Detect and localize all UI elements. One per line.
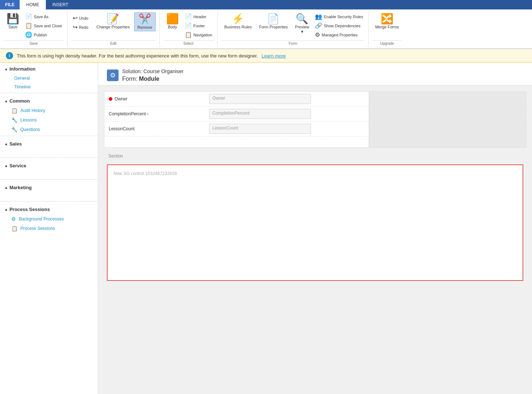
- ps-label: Process Sessions: [20, 226, 55, 231]
- merge-forms-button[interactable]: 🔀 Merge Forms: [372, 12, 402, 31]
- form-props-label: Form Properties: [259, 25, 288, 29]
- sidebar-section-marketing-header[interactable]: Marketing: [0, 181, 98, 192]
- change-properties-button[interactable]: 📝 Change Properties: [93, 12, 133, 31]
- remove-button[interactable]: ✂️ Remove: [134, 12, 156, 31]
- sidebar-item-lessons[interactable]: 🔧 Lessons: [0, 115, 98, 125]
- sidebar-section-service-header[interactable]: Service: [0, 159, 98, 171]
- tab-home[interactable]: HOME: [20, 0, 46, 9]
- security-roles-icon: 👥: [315, 13, 322, 20]
- preview-button[interactable]: 🔍 Preview ▾: [292, 12, 312, 36]
- save-as-button[interactable]: 📄 Save As: [24, 12, 64, 21]
- sidebar-item-background-processes[interactable]: ⚙ Background Processes: [0, 214, 98, 224]
- save-close-icon: 📋: [25, 22, 32, 29]
- lessoncount-field[interactable]: LessonCount: [209, 124, 311, 134]
- show-dependencies-button[interactable]: 🔗 Show Dependencies: [313, 21, 364, 30]
- sidebar-item-general[interactable]: General: [0, 74, 98, 83]
- business-rules-label: Business Rules: [224, 25, 252, 29]
- completion-field[interactable]: CompletionPercent: [209, 109, 311, 119]
- publish-label: Publish: [34, 33, 47, 37]
- divider-1: [0, 93, 98, 93]
- undo-label: Undo: [79, 16, 88, 20]
- divider-5: [0, 201, 98, 202]
- lessons-label: Lessons: [20, 118, 37, 123]
- form-name-text: Module: [139, 76, 159, 82]
- form-header: ⚙ Solution: Course Organiser Form: Modul…: [98, 63, 532, 85]
- sidebar-section-common-header[interactable]: Common: [0, 95, 98, 106]
- sidebar-section-information-header[interactable]: Information: [0, 63, 98, 74]
- lessoncount-extra-cell: [369, 122, 526, 136]
- undo-icon: ↩: [73, 15, 77, 21]
- redo-button[interactable]: ↪ Redo: [71, 23, 90, 31]
- header-label: Header: [193, 15, 207, 19]
- managed-properties-button[interactable]: ⚙ Managed Properties: [313, 31, 364, 39]
- footer-label: Footer: [193, 24, 205, 28]
- form-fields-section: Owner Owner CompletionPercent + Completi…: [104, 91, 526, 148]
- divider-3: [0, 158, 98, 158]
- owner-required-dot: [109, 97, 112, 101]
- section-container[interactable]: New SG control 1632487232839: [107, 164, 523, 281]
- sidebar-item-questions[interactable]: 🔧 Questions: [0, 125, 98, 134]
- completion-field-cell: CompletionPercent: [206, 107, 369, 121]
- header-icon: 📄: [185, 13, 192, 20]
- ribbon-group-select: 🟧 Body 📄 Header 📄 Footer 📋 Navigation: [160, 11, 218, 47]
- form-props-icon: 📄: [267, 14, 280, 24]
- navigation-button[interactable]: 📋 Navigation: [183, 31, 214, 39]
- redo-icon: ↪: [73, 24, 77, 31]
- tab-insert[interactable]: INSERT: [46, 0, 75, 9]
- learn-more-link[interactable]: Learn more: [261, 53, 285, 59]
- sidebar-section-sales-header[interactable]: Sales: [0, 138, 98, 149]
- sidebar-item-audit-history[interactable]: 📋 Audit History: [0, 106, 98, 115]
- change-props-label: Change Properties: [96, 25, 130, 29]
- undo-button[interactable]: ↩ Undo: [71, 14, 90, 22]
- bg-processes-label: Background Processes: [19, 216, 64, 222]
- info-bar: i This form is using high density header…: [0, 49, 532, 63]
- enable-security-roles-button[interactable]: 👥 Enable Security Roles: [313, 12, 364, 21]
- body-icon: 🟧: [166, 14, 179, 24]
- sidebar: Information General Timeline Common 📋 Au…: [0, 63, 98, 394]
- divider-2: [0, 136, 98, 136]
- business-rules-icon: ⚡: [232, 14, 244, 24]
- bg-processes-icon: ⚙: [11, 216, 16, 222]
- empty-extra: [369, 136, 526, 147]
- owner-field[interactable]: Owner: [209, 94, 311, 104]
- divider-4: [0, 179, 98, 180]
- form-group-items: ⚡ Business Rules 📄 Form Properties 🔍 Pre…: [221, 12, 365, 39]
- empty-row: [104, 136, 526, 147]
- sidebar-item-timeline[interactable]: Timeline: [0, 83, 98, 91]
- business-rules-button[interactable]: ⚡ Business Rules: [221, 12, 255, 31]
- footer-button[interactable]: 📄 Footer: [183, 21, 214, 30]
- table-row: CompletionPercent + CompletionPercent: [104, 107, 526, 122]
- header-button[interactable]: 📄 Header: [183, 12, 214, 21]
- ribbon-group-upgrade: 🔀 Merge Forms Upgrade: [369, 11, 405, 47]
- save-and-close-button[interactable]: 📋 Save and Close: [24, 21, 64, 30]
- ribbon-tabs: FILE HOME INSERT: [0, 0, 532, 9]
- form-properties-button[interactable]: 📄 Form Properties: [256, 12, 291, 31]
- audit-history-icon: 📋: [11, 108, 17, 114]
- lessoncount-label: LessonCount: [109, 126, 135, 131]
- sales-empty: [0, 149, 98, 156]
- completion-plus-badge: +: [147, 112, 149, 116]
- lessoncount-label-cell: LessonCount: [104, 122, 206, 136]
- dependencies-icon: 🔗: [315, 22, 322, 29]
- sidebar-section-process-sessions: Process Sessions ⚙ Background Processes …: [0, 203, 98, 233]
- empty-label: [104, 136, 206, 147]
- section-placeholder-text: New SG control 1632487232839: [113, 171, 177, 176]
- general-label: General: [14, 76, 30, 81]
- tab-file[interactable]: FILE: [0, 0, 20, 9]
- section-label: Section: [104, 151, 526, 162]
- save-close-label: Save and Close: [34, 24, 62, 28]
- ribbon: FILE HOME INSERT 💾 Save 📄 Save As 📋: [0, 0, 532, 49]
- save-button[interactable]: 💾 Save: [4, 12, 22, 31]
- sidebar-section-ps-header[interactable]: Process Sessions: [0, 203, 98, 214]
- table-row: Owner Owner: [104, 92, 526, 107]
- ribbon-group-form: ⚡ Business Rules 📄 Form Properties 🔍 Pre…: [218, 11, 369, 47]
- sidebar-item-process-sessions[interactable]: 📋 Process Sessions: [0, 224, 98, 233]
- form-group-label: Form: [221, 40, 365, 45]
- save-label: Save: [8, 25, 17, 29]
- change-props-icon: 📝: [107, 14, 119, 24]
- undo-redo-group: ↩ Undo ↪ Redo: [71, 12, 90, 31]
- publish-button[interactable]: 🌐 Publish: [24, 31, 64, 39]
- completion-extra-cell: [369, 107, 526, 121]
- body-button[interactable]: 🟧 Body: [163, 12, 182, 31]
- preview-label: Preview: [295, 25, 309, 29]
